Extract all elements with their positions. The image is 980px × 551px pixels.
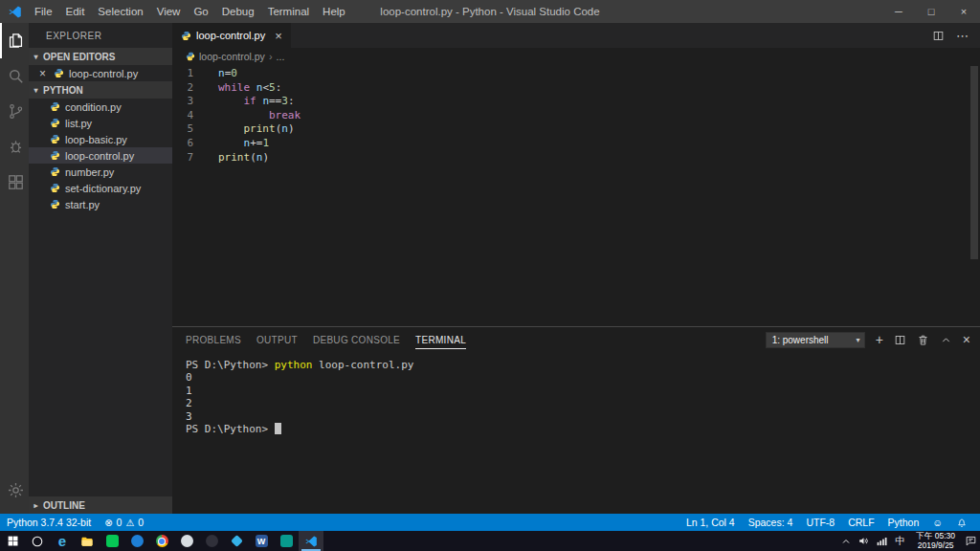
activity-search[interactable] <box>0 58 29 94</box>
taskbar-app-vscode[interactable] <box>299 531 323 551</box>
file-name: loop-basic.py <box>65 134 127 145</box>
network-icon[interactable] <box>873 531 891 551</box>
split-editor-icon[interactable] <box>932 30 945 42</box>
menu-terminal[interactable]: Terminal <box>261 0 316 23</box>
status-eol[interactable]: CRLF <box>841 517 880 528</box>
status-bar-right: Ln 1, Col 4Spaces: 4UTF-8CRLFPython ☺ <box>679 517 980 528</box>
menu-file[interactable]: File <box>28 0 59 23</box>
taskbar-app-app-light[interactable] <box>174 531 199 551</box>
file-item-list-py[interactable]: list.py <box>29 115 172 131</box>
outline-header[interactable]: ▸ OUTLINE <box>29 496 172 514</box>
error-count: 0 <box>117 517 122 528</box>
file-item-set-dictionary-py[interactable]: set-dictionary.py <box>29 180 172 196</box>
cortana-circle-icon <box>31 535 44 548</box>
activity-source-control[interactable] <box>0 94 29 129</box>
activity-extensions[interactable] <box>0 165 29 200</box>
teal-app-icon <box>280 535 293 547</box>
new-terminal-icon[interactable]: + <box>876 334 883 346</box>
window-title: loop-control.py - Python - Visual Studio… <box>380 6 599 17</box>
taskbar-app-app-diamond[interactable] <box>224 531 249 551</box>
folder-header[interactable]: ▾ PYTHON <box>29 81 172 99</box>
breadcrumb[interactable]: loop-control.py › ... <box>172 48 980 65</box>
split-terminal-icon[interactable] <box>894 334 906 346</box>
breadcrumb-symbol[interactable]: ... <box>277 51 285 62</box>
status-encoding[interactable]: UTF-8 <box>799 517 841 528</box>
chevron-down-icon: ▾ <box>29 86 43 95</box>
code-line: print(n) <box>218 151 301 165</box>
file-item-condition-py[interactable]: condition.py <box>29 99 172 115</box>
taskbar-app-file-explorer[interactable] <box>75 531 100 551</box>
file-item-loop-basic-py[interactable]: loop-basic.py <box>29 131 172 147</box>
taskbar-app-chrome[interactable] <box>149 531 174 551</box>
file-list: condition.pylist.pyloop-basic.pyloop-con… <box>29 99 172 212</box>
tray-chevron-up-icon[interactable] <box>836 531 855 551</box>
menu-selection[interactable]: Selection <box>91 0 149 23</box>
open-editor-item[interactable]: × loop-control.py <box>29 65 172 81</box>
menu-help[interactable]: Help <box>316 0 352 23</box>
taskbar-app-word[interactable]: W <box>249 531 274 551</box>
taskbar-app-app-dark[interactable] <box>199 531 224 551</box>
line-number: 2 <box>172 81 193 96</box>
line-number: 5 <box>172 122 193 137</box>
activity-explorer[interactable] <box>0 23 29 58</box>
file-name: start.py <box>65 199 100 210</box>
terminal-picker[interactable]: 1: powershell ▾ <box>766 332 865 348</box>
file-item-start-py[interactable]: start.py <box>29 196 172 212</box>
notifications-bell-icon[interactable] <box>949 517 974 528</box>
panel-tab-debug-console[interactable]: DEBUG CONSOLE <box>313 330 400 349</box>
close-panel-icon[interactable]: × <box>963 332 970 347</box>
taskbar-app-app-green[interactable] <box>100 531 124 551</box>
ime-indicator[interactable]: 中 <box>891 531 909 551</box>
terminal-picker-value: 1: powershell <box>772 335 829 345</box>
volume-icon[interactable] <box>855 531 873 551</box>
minimize-button[interactable]: ─ <box>882 0 915 23</box>
close-icon[interactable]: × <box>36 67 49 80</box>
python-file-icon <box>50 134 60 144</box>
tab-label: loop-control.py <box>196 30 265 41</box>
status-problems[interactable]: ⊗ 0 ⚠ 0 <box>98 517 150 528</box>
action-center-icon[interactable] <box>962 531 980 551</box>
panel-tab-problems[interactable]: PROBLEMS <box>186 330 241 349</box>
panel-header: PROBLEMSOUTPUTDEBUG CONSOLETERMINAL 1: p… <box>172 327 980 352</box>
chevron-right-icon: › <box>269 51 273 62</box>
taskbar-app-app-teal[interactable] <box>274 531 299 551</box>
file-item-loop-control-py[interactable]: loop-control.py <box>29 147 172 164</box>
editor-actions: ⋯ <box>932 23 980 48</box>
status-python-interpreter[interactable]: Python 3.7.4 32-bit <box>0 517 98 528</box>
file-item-number-py[interactable]: number.py <box>29 164 172 180</box>
taskbar-app-search[interactable] <box>25 531 50 551</box>
status-language-mode[interactable]: Python <box>881 517 926 528</box>
breadcrumb-file[interactable]: loop-control.py <box>199 51 265 62</box>
feedback-smiley-icon[interactable]: ☺ <box>925 517 949 528</box>
more-actions-icon[interactable]: ⋯ <box>956 29 969 43</box>
status-cursor-position[interactable]: Ln 1, Col 4 <box>679 517 742 528</box>
taskbar-app-start[interactable] <box>0 531 25 551</box>
taskbar-app-edge[interactable]: e <box>50 531 75 551</box>
taskbar-app-app-blue[interactable] <box>124 531 149 551</box>
panel-tab-terminal[interactable]: TERMINAL <box>415 330 466 349</box>
menu-debug[interactable]: Debug <box>215 0 261 23</box>
maximize-panel-icon[interactable] <box>940 334 952 346</box>
interpreter-label: Python 3.7.4 32-bit <box>7 517 91 528</box>
code-editor[interactable]: 1234567 n=0while n<5: if n==3: break pri… <box>172 65 980 165</box>
terminal-cursor <box>275 423 281 434</box>
open-editors-header[interactable]: ▾ OPEN EDITORS <box>29 48 172 65</box>
taskbar-clock[interactable]: 下午 05:30 2019/9/25 <box>909 532 962 550</box>
activity-debug[interactable] <box>0 129 29 165</box>
tab-bar: loop-control.py × ⋯ <box>172 23 980 48</box>
python-file-icon <box>50 183 60 193</box>
terminal[interactable]: PS D:\Python> python loop-control.py0123… <box>172 352 980 514</box>
editor-scrollbar[interactable] <box>970 66 978 259</box>
menu-edit[interactable]: Edit <box>59 0 92 23</box>
maximize-button[interactable]: □ <box>915 0 947 23</box>
kill-terminal-icon[interactable] <box>917 334 929 346</box>
menu-view[interactable]: View <box>150 0 188 23</box>
close-button[interactable]: × <box>947 0 980 23</box>
panel-tab-output[interactable]: OUTPUT <box>256 330 298 349</box>
tab-close-icon[interactable]: × <box>275 29 282 43</box>
menu-go[interactable]: Go <box>187 0 214 23</box>
windows-taskbar: eW 中 下午 05:30 2019/9/25 <box>0 531 980 551</box>
status-indentation[interactable]: Spaces: 4 <box>742 517 800 528</box>
activity-settings[interactable] <box>0 473 29 508</box>
tab-loop-control-py[interactable]: loop-control.py × <box>172 23 291 48</box>
